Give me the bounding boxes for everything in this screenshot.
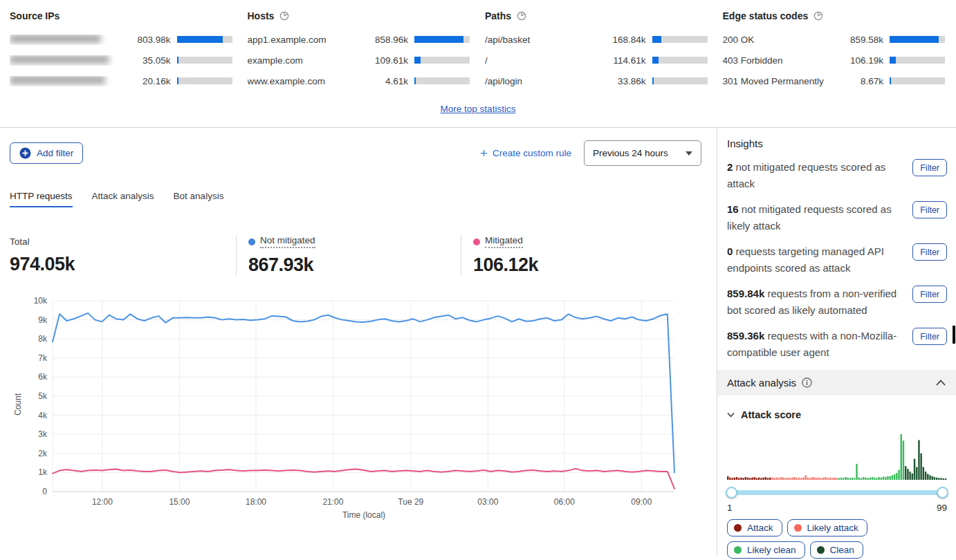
- stat-row: 200 OK859.58k: [723, 29, 946, 50]
- stat-row-bar-fill: [890, 77, 891, 84]
- time-range-select[interactable]: Previous 24 hours: [584, 140, 701, 166]
- svg-text:06:00: 06:00: [554, 497, 575, 507]
- legend-pill-likely-clean[interactable]: Likely clean: [727, 541, 805, 559]
- insight-text: 2 not mitigated requests scored as attac…: [727, 159, 912, 192]
- collapse-chevron-up-icon[interactable]: [935, 376, 947, 389]
- slider-handle-max[interactable]: [937, 487, 948, 498]
- tab-bot-analysis[interactable]: Bot analysis: [174, 191, 224, 207]
- stat-row-value: 35.05k: [125, 55, 171, 66]
- attack-score-row[interactable]: Attack score: [727, 409, 947, 420]
- stat-row-value: 20.16k: [125, 76, 171, 86]
- stat-row-value: 33.86k: [600, 76, 646, 86]
- svg-text:4k: 4k: [38, 411, 48, 420]
- attack-analysis-title: Attack analysis: [727, 377, 796, 389]
- filter-toolbar: Add filter + Create custom rule Previous…: [10, 140, 717, 166]
- tab-http-requests[interactable]: HTTP requests: [10, 191, 73, 207]
- more-top-statistics-link[interactable]: More top statistics: [441, 104, 516, 114]
- stat-row: /114.61k: [485, 50, 708, 71]
- legend-dot: [794, 524, 802, 532]
- insight-text: 859.36k requests with a non-Mozilla-comp…: [727, 328, 912, 361]
- stat-row-bar-fill: [177, 77, 178, 84]
- create-custom-rule-link[interactable]: + Create custom rule: [480, 147, 571, 160]
- summary-card-label-text: Total: [10, 236, 30, 247]
- svg-text:0: 0: [42, 487, 47, 496]
- legend-pill-label: Clean: [830, 545, 854, 555]
- stat-row-label: /api/basket: [485, 35, 600, 45]
- insight-filter-button[interactable]: Filter: [912, 328, 947, 345]
- stat-row-bar: [652, 57, 708, 64]
- stat-row-value: 858.96k: [362, 35, 408, 45]
- stat-row: 301 Moved Permanently8.67k: [723, 71, 946, 91]
- summary-card-value: 974.05k: [10, 254, 236, 275]
- svg-text:10k: 10k: [34, 296, 48, 306]
- plus-icon: +: [480, 147, 488, 160]
- legend-pill-likely-attack[interactable]: Likely attack: [787, 519, 867, 536]
- legend-pill-attack[interactable]: Attack: [727, 519, 782, 536]
- slider-track[interactable]: [727, 490, 947, 495]
- svg-text:8k: 8k: [38, 334, 48, 344]
- stat-row-bar-fill: [414, 57, 421, 64]
- stat-row: /api/login33.86k: [485, 71, 708, 91]
- info-icon[interactable]: [802, 377, 812, 388]
- add-filter-label: Add filter: [37, 148, 73, 158]
- pie-chart-icon[interactable]: [813, 11, 823, 21]
- insight-filter-button[interactable]: Filter: [912, 243, 947, 261]
- legend-dot: [734, 524, 742, 532]
- stat-row-bar-fill: [177, 36, 223, 43]
- attack-score-legend: AttackLikely attackLikely cleanClean: [727, 519, 941, 559]
- redacted-source-ip: [10, 35, 101, 43]
- stat-row-value: 4.61k: [362, 76, 408, 86]
- stat-row-bar-fill: [414, 77, 416, 84]
- summary-card: Not mitigated867.93k: [236, 235, 461, 276]
- slider-min-label: 1: [727, 503, 733, 513]
- chevron-down-icon: [727, 412, 735, 418]
- stat-row-bar: [890, 57, 945, 64]
- redacted-source-ip: [10, 55, 109, 64]
- legend-pill-clean[interactable]: Clean: [810, 541, 863, 559]
- stat-column-title-text: Hosts: [248, 10, 275, 21]
- http-requests-chart: 01k2k3k4k5k6k7k8k9k10k12:0015:0018:0021:…: [10, 292, 717, 524]
- stat-row: www.example.com4.61k: [248, 71, 470, 91]
- slider-handle-min[interactable]: [726, 487, 737, 498]
- svg-text:7k: 7k: [38, 353, 48, 363]
- stat-row-bar: [414, 57, 470, 64]
- plus-circle-icon: [19, 147, 31, 159]
- svg-text:Tue 29: Tue 29: [398, 497, 423, 507]
- svg-text:09:00: 09:00: [631, 497, 652, 507]
- add-filter-button[interactable]: Add filter: [10, 142, 83, 164]
- stat-row-bar-fill: [890, 57, 896, 64]
- summary-stats: Total974.05kNot mitigated867.93kMitigate…: [10, 235, 717, 276]
- stat-row-label: /: [485, 55, 600, 66]
- stat-column: Edge status codes200 OK859.58k403 Forbid…: [723, 8, 946, 91]
- stat-column-title: Edge status codes: [723, 8, 946, 24]
- stat-row-label: example.com: [248, 55, 363, 66]
- pie-chart-icon[interactable]: [517, 11, 526, 21]
- attack-score-histogram: [727, 431, 947, 483]
- stat-row-label: 403 Forbidden: [723, 55, 838, 66]
- stat-row: 803.98k: [10, 29, 232, 50]
- stat-row-label: 200 OK: [723, 35, 838, 45]
- svg-text:6k: 6k: [38, 372, 48, 382]
- text-cursor-artifact: [953, 326, 955, 344]
- insight-filter-button[interactable]: Filter: [912, 286, 947, 303]
- stat-row-label: 301 Moved Permanently: [723, 76, 838, 86]
- analytics-main-panel: Add filter + Create custom rule Previous…: [0, 128, 717, 556]
- stat-column: Hostsapp1.example.com858.96kexample.com1…: [248, 8, 470, 91]
- pie-chart-icon[interactable]: [279, 11, 289, 21]
- summary-card: Mitigated106.12k: [461, 235, 686, 276]
- svg-text:15:00: 15:00: [169, 497, 190, 507]
- insight-filter-button[interactable]: Filter: [912, 159, 947, 176]
- attack-analysis-header[interactable]: Attack analysis: [717, 370, 956, 395]
- stat-row-label: app1.example.com: [248, 35, 363, 45]
- summary-card-label: Total: [10, 236, 30, 247]
- legend-pill-label: Likely attack: [807, 523, 858, 533]
- line-series-mitigated: [53, 469, 674, 489]
- stat-row: app1.example.com858.96k: [248, 29, 470, 50]
- insight-filter-button[interactable]: Filter: [912, 201, 947, 218]
- stat-row-bar: [890, 36, 945, 43]
- stat-column-title: Paths: [485, 8, 708, 24]
- svg-text:5k: 5k: [38, 391, 48, 401]
- tab-attack-analysis[interactable]: Attack analysis: [92, 191, 154, 207]
- stat-row-bar-fill: [652, 36, 662, 43]
- legend-dot: [817, 546, 825, 554]
